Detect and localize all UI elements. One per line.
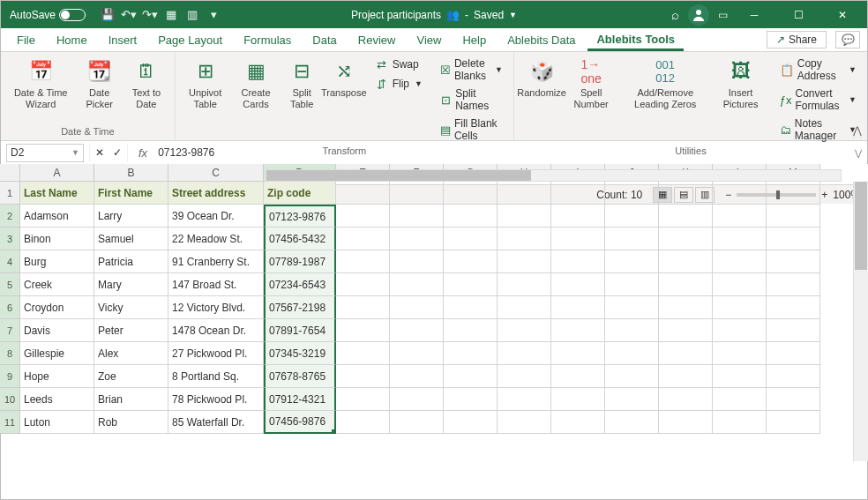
row-header[interactable]: 10 <box>0 388 20 411</box>
cell[interactable] <box>390 205 444 228</box>
tab-insert[interactable]: Insert <box>100 30 146 50</box>
cell[interactable] <box>390 228 444 250</box>
cell[interactable] <box>444 205 498 228</box>
confirm-icon[interactable]: ✓ <box>113 146 122 159</box>
cell[interactable] <box>498 182 551 205</box>
cell[interactable]: Patricia <box>94 250 168 273</box>
cell[interactable] <box>390 273 444 296</box>
cell[interactable]: 07456-5432 <box>264 228 336 250</box>
cell[interactable]: 27 Pickwood Pl. <box>168 342 264 365</box>
delete-blanks-button[interactable]: ☒Delete Blanks▼ <box>437 56 506 84</box>
tab-ablebits-tools[interactable]: Ablebits Tools <box>587 29 684 51</box>
cell[interactable] <box>390 250 444 273</box>
cell[interactable] <box>551 182 605 205</box>
cell[interactable] <box>767 319 820 342</box>
cell[interactable] <box>659 205 713 228</box>
vertical-scrollbar[interactable] <box>853 182 868 461</box>
cell[interactable] <box>659 365 713 388</box>
cell[interactable] <box>767 411 820 434</box>
cell[interactable] <box>713 228 767 250</box>
cell[interactable] <box>659 319 713 342</box>
cell[interactable] <box>336 228 390 250</box>
select-all-corner[interactable] <box>0 164 20 182</box>
cell[interactable]: 07678-8765 <box>264 365 336 388</box>
cell[interactable] <box>336 250 390 273</box>
cell[interactable] <box>336 388 390 411</box>
cell[interactable] <box>659 250 713 273</box>
cell[interactable] <box>713 250 767 273</box>
cell[interactable]: Adamson <box>20 205 94 228</box>
spell-number-button[interactable]: 1→oneSpell Number <box>567 56 615 111</box>
cell[interactable] <box>336 182 390 205</box>
qat-more-icon[interactable]: ▾ <box>206 7 221 23</box>
cell[interactable] <box>605 365 659 388</box>
cell[interactable] <box>551 273 605 296</box>
notes-manager-button[interactable]: 🗂Notes Manager▼ <box>776 116 860 144</box>
cell[interactable] <box>336 319 390 342</box>
cell[interactable]: 91 Cranberry St. <box>168 250 264 273</box>
cell[interactable]: Rob <box>94 411 168 434</box>
cell[interactable] <box>498 388 551 411</box>
dropdown-icon[interactable]: ▼ <box>509 11 517 19</box>
cell[interactable]: 85 Waterfall Dr. <box>168 411 264 434</box>
save-icon[interactable]: 💾 <box>100 7 116 23</box>
cell[interactable] <box>605 205 659 228</box>
cell[interactable]: 1478 Ocean Dr. <box>168 319 264 342</box>
cell[interactable] <box>498 365 551 388</box>
cell[interactable] <box>336 273 390 296</box>
row-header[interactable]: 9 <box>0 365 20 388</box>
cell[interactable]: Street address <box>168 182 264 205</box>
row-header[interactable]: 7 <box>0 319 20 342</box>
cell[interactable]: 07345-3219 <box>264 342 336 365</box>
cell[interactable]: Binon <box>20 228 94 250</box>
cell[interactable] <box>551 250 605 273</box>
cell[interactable] <box>659 182 713 205</box>
cell[interactable] <box>390 296 444 319</box>
cell[interactable] <box>659 296 713 319</box>
cell[interactable] <box>605 411 659 434</box>
tab-page-layout[interactable]: Page Layout <box>149 30 231 50</box>
maximize-button[interactable]: ☐ <box>781 3 816 27</box>
cell[interactable]: 39 Ocean Dr. <box>168 205 264 228</box>
cell[interactable]: Burg <box>20 250 94 273</box>
cell[interactable] <box>444 319 498 342</box>
cell[interactable] <box>551 205 605 228</box>
cell[interactable]: Samuel <box>94 228 168 250</box>
cell[interactable] <box>444 250 498 273</box>
cell[interactable] <box>336 411 390 434</box>
cell[interactable] <box>605 228 659 250</box>
cell[interactable] <box>444 342 498 365</box>
qat-icon-2[interactable]: ▥ <box>184 7 200 23</box>
split-table-button[interactable]: ⊟Split Table <box>284 56 320 111</box>
row-header[interactable]: 6 <box>0 296 20 319</box>
cell[interactable] <box>713 273 767 296</box>
cell[interactable]: 07912-4321 <box>264 388 336 411</box>
split-names-button[interactable]: ⊡Split Names <box>437 86 506 114</box>
cell[interactable]: Gillespie <box>20 342 94 365</box>
cell[interactable] <box>336 205 390 228</box>
flip-button[interactable]: ⇵Flip▼ <box>371 75 426 93</box>
share-button[interactable]: ↗ Share <box>767 31 827 49</box>
tab-ablebits-data[interactable]: Ablebits Data <box>498 30 584 50</box>
cell[interactable]: 07567-2198 <box>264 296 336 319</box>
cell[interactable] <box>713 296 767 319</box>
fill-blank-button[interactable]: ▤Fill Blank Cells <box>437 116 506 144</box>
create-cards-button[interactable]: ▦Create Cards <box>233 56 278 111</box>
cell[interactable] <box>659 342 713 365</box>
cell[interactable] <box>498 205 551 228</box>
cell[interactable] <box>444 228 498 250</box>
cell[interactable]: 07456-9876 <box>264 411 336 434</box>
ribbon-display-icon[interactable]: ▭ <box>718 9 728 21</box>
cell[interactable] <box>659 228 713 250</box>
cell[interactable]: Creek <box>20 273 94 296</box>
cell[interactable] <box>390 182 444 205</box>
cell[interactable]: Peter <box>94 319 168 342</box>
copy-address-button[interactable]: 📋Copy Address▼ <box>776 56 860 84</box>
leading-zeros-button[interactable]: 001012Add/Remove Leading Zeros <box>620 56 710 111</box>
cell[interactable] <box>605 250 659 273</box>
date-picker-button[interactable]: 📆Date Picker <box>79 56 120 111</box>
cell[interactable]: Davis <box>20 319 94 342</box>
qat-icon-1[interactable]: ▦ <box>163 7 179 23</box>
cell[interactable] <box>767 388 820 411</box>
cell[interactable]: Brian <box>94 388 168 411</box>
